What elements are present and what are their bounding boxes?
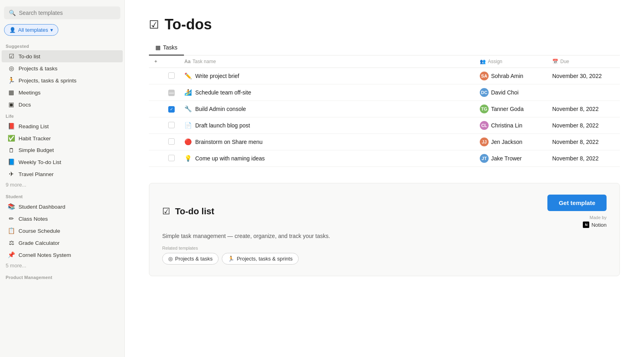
sidebar-item-reading-list[interactable]: 📕 Reading List <box>2 120 123 132</box>
assignee-name: Christina Lin <box>491 122 522 129</box>
related-tag-projects-tasks[interactable]: ◎Projects & tasks <box>162 253 219 265</box>
task-name: Come up with naming ideas <box>195 155 265 162</box>
tab-tasks-icon: ▦ <box>155 44 161 51</box>
checkbox-unchecked[interactable] <box>168 72 175 79</box>
row-assignee-cell: CL Christina Lin <box>475 117 547 134</box>
task-name: Write project brief <box>195 73 239 79</box>
sidebar-item-icon-projects-tasks: ◎ <box>7 65 15 72</box>
sidebar-item-label-course-schedule: Course Schedule <box>19 228 60 234</box>
sidebar-item-habit-tracker[interactable]: ✅ Habit Tracker <box>2 132 123 144</box>
row-stars-cell <box>149 101 163 117</box>
task-name: Brainstorm on Share menu <box>195 139 262 145</box>
row-checkbox-cell[interactable] <box>163 150 180 167</box>
card-description: Simple task management — create, organiz… <box>162 233 607 239</box>
filter-all-templates-button[interactable]: 👤 All templates ▾ <box>4 24 58 36</box>
card-header: ☑ To-do list Get template Made by N Noti… <box>162 195 607 228</box>
avatar: CL <box>480 121 489 130</box>
row-stars-cell <box>149 134 163 150</box>
assignee-name: Jen Jackson <box>491 139 522 145</box>
assignee-name: Sohrab Amin <box>491 73 523 79</box>
row-checkbox-cell[interactable]: ✓ <box>163 101 180 117</box>
row-assignee-cell: JJ Jen Jackson <box>475 134 547 150</box>
row-due-cell: November 8, 2022 <box>547 134 620 150</box>
sidebar-item-grade-calculator[interactable]: ⚖ Grade Calculator <box>2 237 123 249</box>
sidebar-item-label-reading-list: Reading List <box>19 123 49 129</box>
tab-tasks[interactable]: ▦ Tasks <box>149 41 184 55</box>
sidebar-item-icon-travel-planner: ✈ <box>7 170 15 178</box>
sidebar-item-icon-course-schedule: 📋 <box>7 227 15 234</box>
made-by-inner: N Notion <box>583 222 607 228</box>
sidebar-item-travel-planner[interactable]: ✈ Travel Planner <box>2 168 123 180</box>
table-row: 📄 Draft launch blog post CL Christina Li… <box>149 117 620 134</box>
checkbox-unchecked[interactable] <box>168 122 175 128</box>
sidebar: 🔍 👤 All templates ▾ Suggested ☑ To-do li… <box>0 0 125 357</box>
row-checkbox-cell[interactable] <box>163 117 180 134</box>
more-link-2[interactable]: 5 more... <box>0 261 124 272</box>
row-checkbox-cell[interactable] <box>163 68 180 84</box>
related-tags: ◎Projects & tasks🏃Projects, tasks & spri… <box>162 253 607 265</box>
sidebar-item-icon-docs: ▣ <box>7 101 15 108</box>
table-row: ✓ 🔧 Build Admin console TG Tanner Goda N… <box>149 101 620 117</box>
sidebar-item-projects-tasks-sprints[interactable]: 🏃 Projects, tasks & sprints <box>2 74 123 86</box>
get-template-button[interactable]: Get template <box>547 195 607 211</box>
sidebar-item-icon-grade-calculator: ⚖ <box>7 239 15 246</box>
card-icon: ☑ <box>162 206 170 217</box>
section-label-3: Product Management <box>0 272 124 281</box>
sidebar-item-simple-budget[interactable]: 🗒 Simple Budget <box>2 144 123 156</box>
card-right: Get template Made by N Notion <box>518 195 607 228</box>
sidebar-item-course-schedule[interactable]: 📋 Course Schedule <box>2 225 123 237</box>
sidebar-item-weekly-todo[interactable]: 📘 Weekly To-do List <box>2 156 123 168</box>
checkbox-unchecked[interactable] <box>168 155 175 161</box>
sidebar-item-meetings[interactable]: ▦ Meetings <box>2 86 123 98</box>
row-stars-cell <box>149 84 163 101</box>
related-tag-projects-tasks-sprints[interactable]: 🏃Projects, tasks & sprints <box>222 253 299 265</box>
assignee-name: Tanner Goda <box>491 106 524 112</box>
row-checkbox-cell[interactable] <box>163 134 180 150</box>
sidebar-item-icon-meetings: ▦ <box>7 89 15 96</box>
related-label: Related templates <box>162 246 607 250</box>
related-tag-icon-projects-tasks-sprints: 🏃 <box>228 256 234 262</box>
sidebar-item-docs[interactable]: ▣ Docs <box>2 98 123 111</box>
search-input[interactable] <box>19 10 116 16</box>
table-header-row: ✦ Aa Task name 👥 Assign 📅 <box>149 55 620 68</box>
task-name: Draft launch blog post <box>195 122 250 129</box>
col-assign-label: Assign <box>488 59 502 64</box>
row-due-cell <box>547 84 620 101</box>
row-name-cell: 🏄 Schedule team off-site <box>180 84 475 101</box>
table-row: 🔴 Brainstorm on Share menu JJ Jen Jackso… <box>149 134 620 150</box>
sidebar-item-icon-habit-tracker: ✅ <box>7 135 15 142</box>
sidebar-item-student-dashboard[interactable]: 📚 Student Dashboard <box>2 201 123 213</box>
sidebar-item-class-notes[interactable]: ✏ Class Notes <box>2 213 123 225</box>
row-name-cell: 🔧 Build Admin console <box>180 101 475 117</box>
sidebar-item-icon-student-dashboard: 📚 <box>7 203 15 210</box>
sidebar-item-icon-todo-list: ☑ <box>7 53 15 60</box>
tab-tasks-label: Tasks <box>163 44 178 51</box>
task-emoji: 🏄 <box>184 89 192 96</box>
template-info-card: ☑ To-do list Get template Made by N Noti… <box>149 183 620 276</box>
row-checkbox-cell[interactable]: — <box>163 84 180 101</box>
search-bar[interactable]: 🔍 <box>4 6 120 19</box>
sidebar-item-label-student-dashboard: Student Dashboard <box>19 204 65 210</box>
checkbox-indeterminate[interactable]: — <box>168 90 175 96</box>
row-name-cell: 🔴 Brainstorm on Share menu <box>180 134 475 150</box>
task-emoji: ✏️ <box>184 72 192 80</box>
stars-icon: ✦ <box>154 59 158 64</box>
sidebar-item-label-docs: Docs <box>19 102 31 108</box>
row-stars-cell <box>149 117 163 134</box>
made-by-name: Notion <box>591 222 607 228</box>
col-checkbox <box>163 55 180 68</box>
col-assign: 👥 Assign <box>475 55 547 68</box>
sidebar-item-todo-list[interactable]: ☑ To-do list <box>2 50 123 62</box>
made-by: Made by N Notion <box>583 215 607 228</box>
sidebar-item-label-grade-calculator: Grade Calculator <box>19 240 60 246</box>
sidebar-item-cornell-notes[interactable]: 📌 Cornell Notes System <box>2 249 123 261</box>
assignee-name: Jake Trower <box>491 155 522 162</box>
checkbox-unchecked[interactable] <box>168 138 175 145</box>
avatar: SA <box>480 72 489 80</box>
task-emoji: 🔧 <box>184 105 192 113</box>
checkbox-checked[interactable]: ✓ <box>168 106 175 113</box>
row-due-cell: November 30, 2022 <box>547 68 620 84</box>
sidebar-item-projects-tasks[interactable]: ◎ Projects & tasks <box>2 62 123 74</box>
more-link-1[interactable]: 9 more... <box>0 180 124 191</box>
col-task-name: Aa Task name <box>180 55 475 68</box>
